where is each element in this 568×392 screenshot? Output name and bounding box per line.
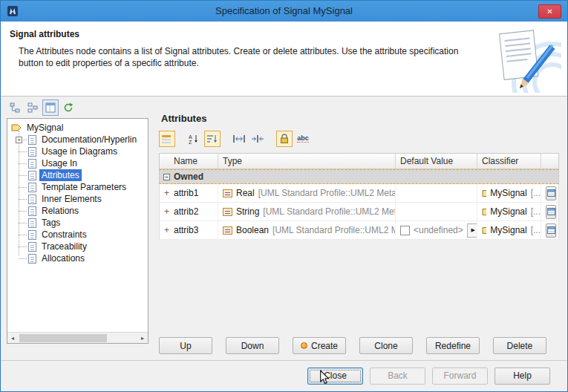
scrollbar-thumb[interactable]: [19, 334, 107, 342]
document-node-icon: [28, 242, 36, 252]
attribute-specification-button[interactable]: [546, 223, 556, 238]
attribute-name: attrib3: [174, 225, 198, 235]
delete-button[interactable]: Delete: [493, 337, 546, 354]
specification-dialog: Specification of Signal MySignal Signal …: [0, 0, 568, 392]
row-expand-icon[interactable]: [164, 206, 170, 217]
datatype-icon: [223, 226, 232, 235]
tree-item-label: Inner Elements: [39, 193, 104, 205]
structure-view-icon[interactable]: [7, 99, 23, 116]
document-node-icon: [28, 159, 36, 169]
tree-content: MySignal Documentation/Hyperlin Usage in…: [7, 119, 148, 264]
clone-button[interactable]: Clone: [359, 337, 413, 354]
attribute-actions: Up Down Create Clone Redefine Delete: [159, 337, 546, 354]
dialog-footer: Close Back Forward Help: [1, 360, 567, 391]
classifier-name: MySignal: [490, 206, 526, 217]
tree-item-usage-in[interactable]: Usage In: [19, 157, 148, 169]
tree-horizontal-scrollbar[interactable]: [7, 332, 148, 343]
document-node-icon: [28, 183, 36, 192]
expand-plus-icon[interactable]: [16, 137, 22, 143]
document-pencil-illustration: [484, 26, 561, 93]
classifier-detail: [...: [531, 225, 541, 235]
specification-tree: MySignal Documentation/Hyperlin Usage in…: [7, 118, 148, 344]
document-node-icon: [28, 171, 36, 180]
tree-root-mysignal[interactable]: MySignal: [11, 121, 148, 134]
group-row-owned[interactable]: Owned: [159, 169, 559, 184]
column-header-name[interactable]: Name: [160, 154, 218, 169]
tree-item-label: Constraints: [39, 229, 89, 241]
classifier-detail: [...: [531, 206, 541, 217]
svg-text:Z: Z: [189, 140, 192, 144]
abc-icon[interactable]: abc: [295, 131, 311, 147]
classifier-detail: [...: [531, 188, 541, 198]
inherited-rows-icon[interactable]: [159, 131, 175, 147]
document-node-icon: [28, 135, 36, 145]
containment-view-icon[interactable]: [25, 99, 41, 116]
default-value-text: <undefined>: [414, 225, 463, 235]
default-value-cell[interactable]: [396, 184, 477, 202]
row-expand-icon[interactable]: [164, 225, 170, 235]
sort-custom-icon[interactable]: [204, 131, 221, 147]
toolbar-gap: [223, 131, 229, 147]
close-button[interactable]: Close: [307, 368, 363, 385]
row-expand-icon[interactable]: [164, 188, 170, 198]
tree-item-tags[interactable]: Tags: [19, 217, 148, 229]
attribute-specification-button[interactable]: [546, 186, 556, 200]
scroll-left-icon[interactable]: [7, 333, 18, 343]
tree-item-relations[interactable]: Relations: [19, 205, 148, 217]
button-label: Down: [241, 341, 264, 351]
button-label: Clone: [374, 341, 397, 351]
column-header-default-value[interactable]: Default Value: [396, 154, 477, 169]
window-title: Specification of Signal MySignal: [1, 1, 567, 22]
refresh-icon[interactable]: [60, 99, 76, 116]
collapse-columns-icon[interactable]: [249, 131, 266, 147]
tree-root-label: MySignal: [25, 122, 65, 133]
collapse-minus-icon[interactable]: [163, 174, 170, 180]
create-button[interactable]: Create: [293, 337, 346, 354]
up-button[interactable]: Up: [159, 337, 212, 354]
dropdown-arrow-icon[interactable]: [467, 223, 477, 238]
sort-alphabetically-icon[interactable]: AZ: [186, 131, 202, 147]
tree-children: Documentation/Hyperlin Usage in Diagrams…: [19, 134, 148, 264]
tree-item-allocations[interactable]: Allocations: [19, 252, 148, 264]
tree-item-usage-in-diagrams[interactable]: Usage in Diagrams: [19, 146, 148, 157]
attribute-name: attrib1: [174, 188, 198, 198]
back-button[interactable]: Back: [370, 368, 425, 385]
table-row[interactable]: attrib1 Real [UML Standard Profile::UML2…: [159, 184, 559, 203]
help-button[interactable]: Help: [494, 368, 550, 385]
down-button[interactable]: Down: [226, 337, 279, 354]
column-header-classifier[interactable]: Classifier: [477, 154, 541, 169]
type-name: Real: [236, 188, 255, 198]
tree-item-inner-elements[interactable]: Inner Elements: [19, 193, 148, 205]
specification-table-icon: [547, 208, 555, 215]
datatype-icon: [223, 208, 232, 216]
tree-item-label: Allocations: [39, 252, 87, 264]
default-value-cell[interactable]: <undefined>: [396, 221, 477, 239]
tree-item-template-parameters[interactable]: Template Parameters: [19, 181, 148, 193]
tree-item-constraints[interactable]: Constraints: [19, 229, 148, 241]
document-node-icon: [28, 195, 36, 204]
specification-table-icon: [547, 226, 555, 234]
forward-button[interactable]: Forward: [432, 368, 488, 385]
table-row[interactable]: attrib2 String [UML Standard Profile::UM…: [159, 203, 559, 221]
tree-item-documentation[interactable]: Documentation/Hyperlin: [19, 134, 148, 146]
lock-icon[interactable]: [276, 131, 293, 147]
redefine-button[interactable]: Redefine: [426, 337, 480, 354]
attribute-specification-button[interactable]: [546, 205, 556, 219]
panel-view-icon[interactable]: [42, 99, 59, 116]
tree-toolbar: [7, 99, 76, 116]
undefined-checkbox[interactable]: [400, 226, 410, 235]
dialog-header: Signal attributes The Attributes node co…: [1, 22, 567, 97]
tree-item-attributes[interactable]: Attributes: [19, 169, 148, 181]
tree-item-traceability[interactable]: Traceability: [19, 241, 148, 252]
table-row[interactable]: attrib3 Boolean [UML Standard Profile::U…: [159, 221, 559, 240]
scroll-right-icon[interactable]: [137, 333, 148, 343]
title-bar: Specification of Signal MySignal: [1, 1, 567, 22]
document-node-icon: [28, 206, 36, 216]
column-header-type[interactable]: Type: [218, 154, 396, 169]
button-label: Redefine: [435, 341, 471, 351]
close-icon[interactable]: [538, 4, 561, 19]
expand-columns-icon[interactable]: [231, 131, 247, 147]
tree-item-label: Traceability: [39, 241, 89, 252]
type-detail: [UML Standard Profile::UML2 Meta...: [258, 188, 396, 198]
default-value-cell[interactable]: [396, 203, 477, 220]
